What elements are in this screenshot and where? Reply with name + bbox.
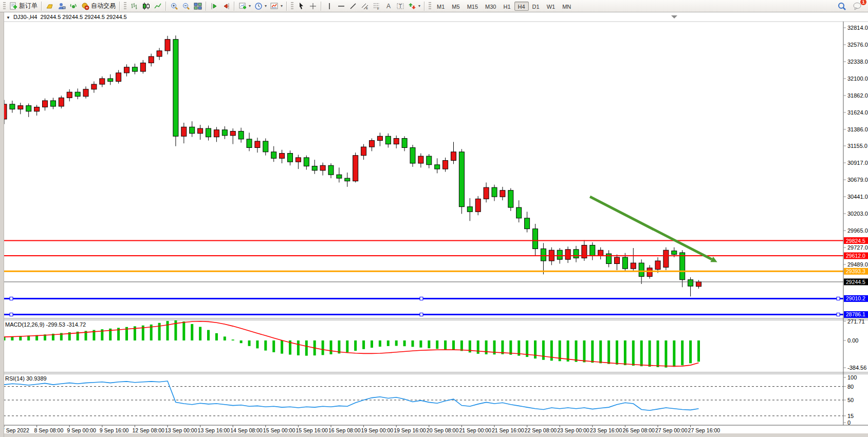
text-tool-button[interactable]: A — [383, 1, 394, 11]
periods-button[interactable]: ▾ — [253, 1, 268, 11]
svg-text:27 Sep 00:00: 27 Sep 00:00 — [655, 427, 688, 433]
cursor-button[interactable] — [296, 1, 307, 11]
svg-text:15 Sep 00:00: 15 Sep 00:00 — [263, 427, 296, 433]
timeframe-M5[interactable]: M5 — [448, 2, 463, 11]
svg-text:F: F — [377, 7, 379, 10]
cursor-icon — [297, 2, 305, 10]
svg-text:13 Sep 00:00: 13 Sep 00:00 — [165, 427, 197, 433]
trendline-button[interactable] — [347, 1, 359, 11]
line-handle[interactable] — [420, 297, 423, 300]
svg-text:30679.0: 30679.0 — [847, 177, 868, 183]
autotrading-icon — [81, 2, 89, 10]
svg-text:30441.0: 30441.0 — [847, 194, 868, 200]
hline-29010.2[interactable] — [4, 297, 843, 300]
crosshair-icon — [309, 2, 317, 10]
timeframe-H4[interactable]: H4 — [514, 2, 529, 11]
svg-text:21 Sep 16:00: 21 Sep 16:00 — [492, 427, 524, 433]
trend-arrow[interactable] — [590, 197, 717, 262]
line-handle[interactable] — [837, 297, 840, 300]
timeframe-H1[interactable]: H1 — [500, 2, 514, 11]
chevron-down-icon: ▼ — [6, 15, 10, 20]
svg-text:13 Sep 16:00: 13 Sep 16:00 — [198, 427, 230, 433]
new-order-icon — [9, 2, 17, 10]
price-tag-29010.2: 29010.2 — [844, 295, 868, 302]
text-label-icon: T — [396, 2, 404, 10]
price-chart[interactable]: 271.710.00-384.56MACD(12,26,9) -299.53 -… — [0, 12, 868, 437]
separator — [206, 2, 207, 11]
time-axis[interactable]: 7 Sep 20228 Sep 08:009 Sep 00:009 Sep 16… — [2, 425, 720, 433]
arrows-tool-icon — [408, 2, 416, 10]
svg-text:32576.0: 32576.0 — [847, 42, 868, 48]
svg-text:16 Sep 08:00: 16 Sep 08:00 — [328, 427, 361, 433]
chart-title: ▼DJ30-,H4 29244.5 29244.5 29244.5 29244.… — [6, 13, 127, 21]
crosshair-button[interactable] — [307, 1, 319, 11]
search-button[interactable] — [836, 1, 848, 11]
text-tool-icon: A — [384, 2, 393, 10]
vertical-line-button[interactable] — [324, 1, 335, 11]
macd-pane: 271.710.00-384.56MACD(12,26,9) -299.53 -… — [3, 318, 867, 371]
autotrading-button[interactable]: 自动交易 — [80, 1, 117, 11]
timeframe-MN[interactable]: MN — [559, 2, 575, 11]
fibonacci-button[interactable]: F — [371, 1, 382, 11]
timeframe-W1[interactable]: W1 — [543, 2, 559, 11]
line-handle[interactable] — [10, 297, 13, 300]
autotrading-label: 自动交易 — [91, 2, 116, 10]
separator — [41, 2, 42, 11]
chat-button[interactable]: 1 — [851, 1, 863, 11]
svg-text:50: 50 — [847, 397, 854, 403]
timeframe-M30[interactable]: M30 — [482, 2, 500, 11]
svg-text:31386.0: 31386.0 — [847, 126, 868, 132]
line-chart-button[interactable] — [152, 1, 163, 11]
svg-text:271.71: 271.71 — [847, 318, 865, 325]
timeframe-M15[interactable]: M15 — [464, 2, 482, 11]
toolbar-grip[interactable] — [291, 2, 293, 10]
chart-canvas[interactable]: ▼DJ30-,H4 29244.5 29244.5 29244.5 29244.… — [0, 12, 868, 437]
separator — [234, 2, 235, 11]
svg-text:RSI(14) 30.9389: RSI(14) 30.9389 — [5, 375, 47, 382]
chart-ohlc-values: 29244.5 29244.5 29244.5 29244.5 — [41, 14, 127, 20]
signals-button[interactable] — [68, 1, 79, 11]
indicators-button[interactable]: ▾ — [269, 1, 284, 11]
toolbar-grip[interactable] — [3, 2, 6, 10]
chevron-down-icon: ▾ — [249, 4, 251, 8]
hline-28786.1[interactable] — [4, 313, 843, 316]
price-axis[interactable]: 32814.032576.032338.032100.031862.031624… — [843, 25, 868, 318]
svg-text:7 Sep 2022: 7 Sep 2022 — [2, 427, 29, 433]
svg-text:28786.1: 28786.1 — [846, 311, 865, 317]
svg-text:31155.0: 31155.0 — [847, 143, 867, 149]
text-label-button[interactable]: T — [395, 1, 406, 11]
svg-text:29244.5: 29244.5 — [846, 279, 865, 285]
new-order-button[interactable]: 新订单 — [8, 1, 39, 11]
equidistant-channel-button[interactable]: E — [359, 1, 371, 11]
zoom-in-button[interactable] — [169, 1, 180, 11]
toolbar-grip[interactable] — [429, 2, 431, 10]
toolbar-grip[interactable] — [124, 2, 126, 10]
chart-shift-icon — [222, 2, 230, 10]
line-handle[interactable] — [10, 313, 13, 316]
new-chart-button[interactable]: ▾ — [237, 1, 252, 11]
chart-shift-marker[interactable] — [671, 15, 677, 18]
line-chart-icon — [154, 2, 162, 10]
svg-text:23 Sep 16:00: 23 Sep 16:00 — [590, 427, 622, 433]
timeframe-D1[interactable]: D1 — [529, 2, 543, 11]
auto-scroll-button[interactable] — [209, 1, 220, 11]
window-gutter — [0, 12, 4, 437]
accounts-button[interactable] — [56, 1, 67, 11]
svg-text:32338.0: 32338.0 — [847, 59, 868, 65]
chart-shift-button[interactable] — [220, 1, 232, 11]
zoom-out-button[interactable] — [180, 1, 192, 11]
arrows-tool-button[interactable]: ▾ — [407, 1, 422, 11]
candlestick-chart-button[interactable] — [140, 1, 152, 11]
svg-text:80: 80 — [847, 384, 854, 390]
svg-text:29824.5: 29824.5 — [846, 238, 865, 244]
chevron-down-icon: ▾ — [418, 4, 420, 8]
tile-windows-button[interactable] — [192, 1, 204, 11]
svg-text:23 Sep 00:00: 23 Sep 00:00 — [557, 427, 589, 433]
horizontal-line-button[interactable] — [336, 1, 347, 11]
gold-ingot-button[interactable] — [44, 1, 56, 11]
line-handle[interactable] — [420, 313, 423, 316]
gold-ingot-icon — [46, 2, 54, 10]
line-handle[interactable] — [837, 313, 840, 316]
timeframe-M1[interactable]: M1 — [433, 2, 448, 11]
bar-chart-button[interactable] — [128, 1, 140, 11]
